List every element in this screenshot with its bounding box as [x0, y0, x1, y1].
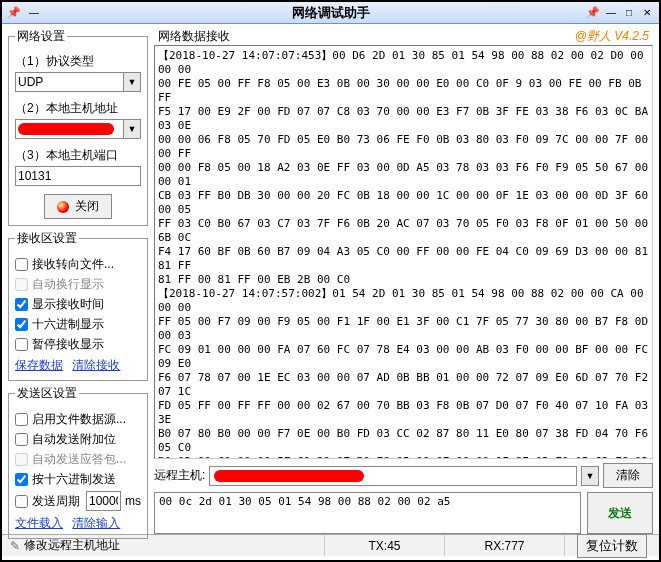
close-window-button[interactable]: ✕	[639, 6, 655, 20]
host-label: （2）本地主机地址	[15, 100, 141, 117]
recv-settings-legend: 接收区设置	[15, 230, 79, 247]
auto-reply-checkbox: 自动发送应答包...	[15, 451, 141, 468]
file-load-link[interactable]: 文件载入	[15, 516, 63, 530]
pause-recv-checkbox[interactable]: 暂停接收显示	[15, 336, 141, 353]
window-title: 网络调试助手	[2, 4, 659, 22]
chevron-down-icon[interactable]: ▼	[123, 119, 141, 139]
period-input[interactable]	[86, 491, 121, 511]
send-settings-group: 发送区设置 启用文件数据源... 自动发送附加位 自动发送应答包... 按十六进…	[8, 385, 148, 539]
recv-title: 网络数据接收	[158, 28, 230, 45]
hex-display-checkbox[interactable]: 十六进制显示	[15, 316, 141, 333]
pin-icon[interactable]	[6, 6, 22, 20]
port-label: （3）本地主机端口	[15, 147, 141, 164]
hex-send-checkbox[interactable]: 按十六进制发送	[15, 471, 141, 488]
show-time-checkbox[interactable]: 显示接收时间	[15, 296, 141, 313]
reset-count-button[interactable]: 复位计数	[577, 534, 647, 558]
recv-to-file-checkbox[interactable]: 接收转向文件...	[15, 256, 141, 273]
protocol-label: （1）协议类型	[15, 53, 141, 70]
network-settings-legend: 网络设置	[15, 28, 67, 45]
recv-textarea[interactable]: 【2018-10-27 14:07:07:453】00 D6 2D 01 30 …	[154, 45, 653, 459]
save-data-link[interactable]: 保存数据	[15, 358, 63, 372]
remote-host-input[interactable]	[209, 466, 577, 486]
clear-input-link[interactable]: 清除输入	[72, 516, 120, 530]
status-tx: TX:45	[325, 535, 445, 556]
status-rx: RX:777	[445, 535, 565, 556]
status-ready: 修改远程主机地址	[2, 535, 325, 556]
auto-extra-checkbox[interactable]: 自动发送附加位	[15, 431, 141, 448]
titlebar: — 网络调试助手 — □ ✕	[2, 2, 659, 24]
port-input[interactable]	[15, 166, 141, 186]
clear-remote-button[interactable]: 清除	[603, 463, 653, 488]
recv-settings-group: 接收区设置 接收转向文件... 自动换行显示 显示接收时间 十六进制显示 暂停接…	[8, 230, 148, 381]
record-icon	[57, 201, 69, 213]
statusbar: 修改远程主机地址 TX:45 RX:777 复位计数	[2, 534, 659, 556]
host-input[interactable]	[15, 119, 123, 139]
maximize-button[interactable]: □	[621, 6, 637, 20]
clear-recv-link[interactable]: 清除接收	[72, 358, 120, 372]
network-settings-group: 网络设置 （1）协议类型 ▼ （2）本地主机地址 ▼ （3）本地主机端口 关闭	[8, 28, 148, 226]
close-connection-button[interactable]: 关闭	[44, 194, 112, 219]
send-settings-legend: 发送区设置	[15, 385, 79, 402]
version-label: @野人 V4.2.5	[575, 28, 649, 45]
send-input[interactable]	[154, 492, 581, 534]
dash-icon[interactable]: —	[26, 6, 42, 20]
protocol-select[interactable]	[15, 72, 123, 92]
auto-linewrap-checkbox: 自动换行显示	[15, 276, 141, 293]
period-checkbox[interactable]: 发送周期ms	[15, 491, 141, 511]
chevron-down-icon[interactable]: ▼	[581, 466, 599, 486]
minimize-button[interactable]: —	[603, 6, 619, 20]
file-source-checkbox[interactable]: 启用文件数据源...	[15, 411, 141, 428]
send-button[interactable]: 发送	[587, 492, 653, 534]
remote-host-label: 远程主机:	[154, 467, 205, 484]
pin-icon-right[interactable]	[585, 6, 601, 20]
chevron-down-icon[interactable]: ▼	[123, 72, 141, 92]
